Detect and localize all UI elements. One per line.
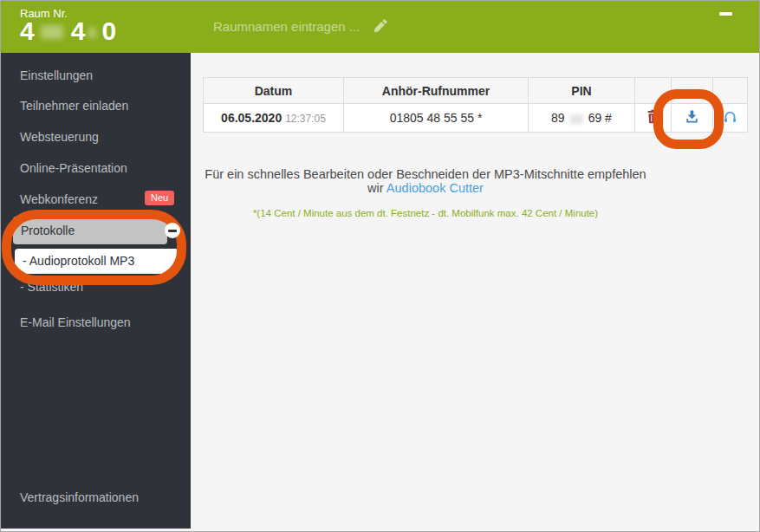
sidebar-item-einstellungen[interactable]: Einstellungen: [20, 68, 93, 82]
sidebar-item-statistiken[interactable]: - Statistiken: [20, 280, 83, 294]
pin-start: 89: [551, 111, 565, 125]
listen-cell: [713, 104, 748, 133]
pin-cell: 8969 #: [529, 104, 635, 133]
record-date: 06.05.2020: [221, 111, 282, 125]
recordings-table: Datum Anhör-Rufnummer PIN 06.05.202012:3…: [203, 77, 748, 133]
conference-room-window: Raum Nr. 4 4 0 Raumnamen eintragen ... E…: [0, 0, 760, 532]
cost-footnote: *(14 Cent / Minute aus dem dt. Festnetz …: [203, 208, 648, 218]
header-bar: Raum Nr. 4 4 0 Raumnamen eintragen ...: [1, 1, 759, 53]
table-header-row: Datum Anhör-Rufnummer PIN: [204, 78, 748, 104]
recommendation-text: Für ein schnelles Bearbeiten oder Beschn…: [203, 167, 648, 195]
redaction-smudge: [570, 114, 583, 124]
room-number: 4 4 0: [20, 16, 116, 46]
sidebar-item-online-praesentation[interactable]: Online-Präsentation: [20, 161, 127, 175]
column-header-actions: [713, 78, 748, 104]
sidebar-item-email-einstellungen[interactable]: E-Mail Einstellungen: [20, 315, 131, 329]
column-header-datum: Datum: [204, 78, 344, 104]
trash-icon[interactable]: [646, 109, 660, 124]
download-icon[interactable]: [685, 109, 699, 124]
headphones-icon[interactable]: [723, 109, 737, 124]
room-digit: 4: [71, 16, 86, 46]
minimize-icon[interactable]: [719, 12, 732, 16]
table-row: 06.05.202012:37:05 01805 48 55 55 * 8969…: [204, 104, 748, 133]
record-time: 12:37:05: [285, 113, 326, 125]
redaction-smudge: [41, 25, 63, 39]
sidebar-item-audioprotokoll-mp3[interactable]: - Audioprotokoll MP3: [15, 249, 179, 274]
download-cell: [672, 104, 713, 133]
redaction-smudge: [88, 28, 96, 38]
column-header-actions: [635, 78, 672, 104]
sidebar-item-webkonferenz[interactable]: Webkonferenz: [20, 192, 98, 206]
pencil-icon[interactable]: [373, 18, 388, 34]
date-cell: 06.05.202012:37:05: [204, 104, 344, 133]
room-digit: 0: [101, 16, 116, 46]
column-header-anhoer-rufnummer: Anhör-Rufnummer: [344, 78, 529, 104]
sidebar-item-vertragsinformationen[interactable]: Vertragsinformationen: [20, 490, 139, 504]
neu-badge[interactable]: Neu: [145, 191, 174, 205]
room-name-placeholder: Raumnamen eintragen ...: [213, 19, 360, 34]
sidebar-item-teilnehmer-einladen[interactable]: Teilnehmer einladen: [20, 99, 128, 113]
sidebar-item-protokolle[interactable]: Protokolle: [13, 217, 167, 244]
column-header-actions: [672, 78, 713, 104]
delete-cell: [635, 104, 672, 133]
collapse-minus-icon[interactable]: [165, 223, 180, 238]
sidebar: Einstellungen Teilnehmer einladen Webste…: [1, 53, 191, 529]
pin-end: 69 #: [588, 111, 612, 125]
room-digit: 4: [20, 16, 35, 46]
audiobook-cutter-link[interactable]: Audiobook Cutter: [386, 181, 484, 195]
dial-in-number-cell: 01805 48 55 55 *: [344, 104, 529, 133]
room-name-input[interactable]: Raumnamen eintragen ...: [213, 18, 388, 34]
column-header-pin: PIN: [529, 78, 635, 104]
sidebar-item-websteuerung[interactable]: Websteuerung: [20, 130, 99, 144]
